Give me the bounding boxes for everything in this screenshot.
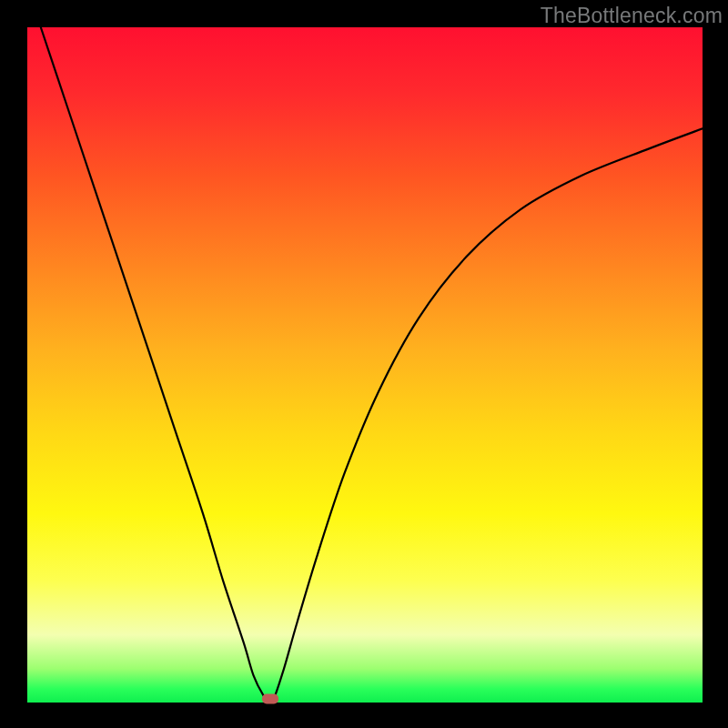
- minimum-marker: [262, 694, 278, 704]
- chart-frame: TheBottleneck.com: [0, 0, 728, 728]
- watermark-text: TheBottleneck.com: [541, 4, 723, 28]
- plot-area: [27, 27, 703, 703]
